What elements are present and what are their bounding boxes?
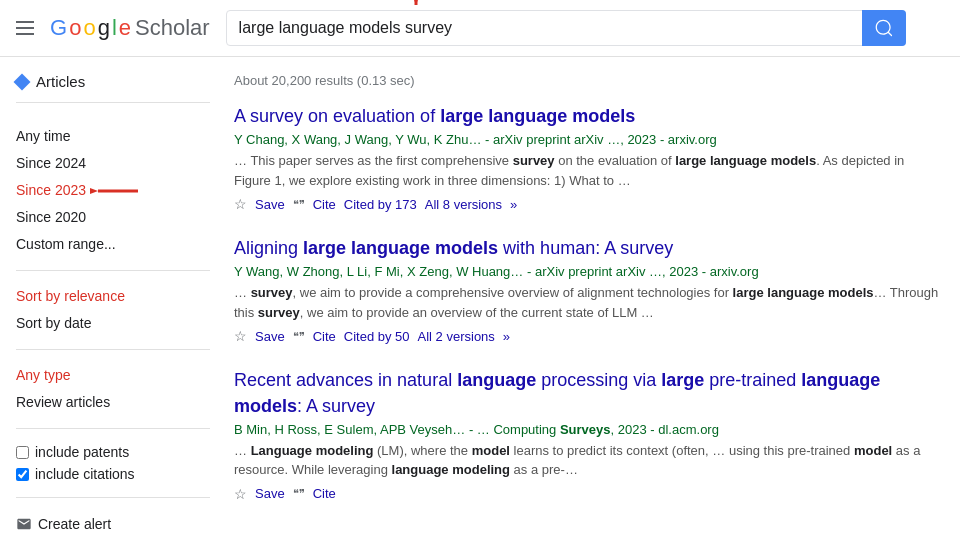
articles-section: Articles xyxy=(16,73,210,103)
author-link[interactable]: F Mi xyxy=(374,264,399,279)
sidebar-divider-2 xyxy=(16,349,210,350)
result-1-authors: Y Chang, X Wang, J Wang, Y Wu, K Zhu… - … xyxy=(234,132,940,147)
filter-since-2023-row: Since 2023 xyxy=(16,177,210,204)
type-filter-group: Any type Review articles xyxy=(16,362,210,416)
articles-label: Articles xyxy=(36,73,85,90)
filter-since-2024[interactable]: Since 2024 xyxy=(16,150,210,177)
filter-any-time[interactable]: Any time xyxy=(16,123,210,150)
result-item: Aligning large language models with huma… xyxy=(234,236,940,344)
logo-l: l xyxy=(112,15,117,41)
search-input[interactable] xyxy=(226,10,906,46)
time-filter-group: Any time Since 2024 Since 2023 Since 202… xyxy=(16,123,210,258)
save-link[interactable]: Save xyxy=(255,197,285,212)
save-star-icon[interactable]: ☆ xyxy=(234,196,247,212)
author-link[interactable]: J Wang xyxy=(345,132,389,147)
include-citations-input[interactable] xyxy=(16,468,29,481)
cite-quote-icon: ❝❞ xyxy=(293,198,305,211)
result-item: A survey on evaluation of large language… xyxy=(234,104,940,212)
type-any[interactable]: Any type xyxy=(16,362,210,389)
cite-link[interactable]: Cite xyxy=(313,329,336,344)
main-layout: Articles Any time Since 2024 Since 2023 … xyxy=(0,57,960,551)
sidebar-divider-4 xyxy=(16,497,210,498)
include-citations-label: include citations xyxy=(35,466,135,482)
logo-o1: o xyxy=(69,15,81,41)
search-button[interactable] xyxy=(862,10,906,46)
author-link[interactable]: H Ross xyxy=(274,422,317,437)
result-2-title[interactable]: Aligning large language models with huma… xyxy=(234,236,940,261)
author-link[interactable]: Y Wu xyxy=(395,132,426,147)
envelope-icon xyxy=(16,516,32,532)
sort-by-date[interactable]: Sort by date xyxy=(16,310,210,337)
sidebar-divider-1 xyxy=(16,270,210,271)
author-link[interactable]: E Sulem xyxy=(324,422,373,437)
sidebar-divider-3 xyxy=(16,428,210,429)
include-citations-checkbox[interactable]: include citations xyxy=(16,463,210,485)
author-link[interactable]: APB Veyseh xyxy=(380,422,452,437)
author-link[interactable]: X Zeng xyxy=(407,264,449,279)
filter-since-2020[interactable]: Since 2020 xyxy=(16,204,210,231)
sidebar: Articles Any time Since 2024 Since 2023 … xyxy=(0,57,210,551)
cite-link[interactable]: Cite xyxy=(313,197,336,212)
more-options-icon[interactable]: » xyxy=(510,197,517,212)
author-link[interactable]: K Zhu xyxy=(434,132,469,147)
content-area: About 20,200 results (0.13 sec) A survey… xyxy=(210,57,960,551)
sort-filter-group: Sort by relevance Sort by date xyxy=(16,283,210,337)
logo-g2: g xyxy=(98,15,110,41)
sort-by-relevance[interactable]: Sort by relevance xyxy=(16,283,210,310)
google-scholar-logo: Google Scholar xyxy=(50,15,210,41)
include-patents-checkbox[interactable]: include patents xyxy=(16,441,210,463)
save-star-icon[interactable]: ☆ xyxy=(234,328,247,344)
author-link[interactable]: X Wang xyxy=(292,132,338,147)
cited-by-link[interactable]: Cited by 50 xyxy=(344,329,410,344)
articles-diamond-icon xyxy=(14,73,31,90)
author-link[interactable]: Y Chang xyxy=(234,132,284,147)
result-3-title[interactable]: Recent advances in natural language proc… xyxy=(234,368,940,418)
author-link[interactable]: W Huang xyxy=(456,264,510,279)
result-1-title[interactable]: A survey on evaluation of large language… xyxy=(234,104,940,129)
since-2023-arrow-icon xyxy=(90,180,140,202)
type-review-articles[interactable]: Review articles xyxy=(16,389,210,416)
results-count: About 20,200 results (0.13 sec) xyxy=(234,73,940,88)
filter-custom-range[interactable]: Custom range... xyxy=(16,231,210,258)
search-icon xyxy=(874,18,894,38)
author-link[interactable]: L Li xyxy=(347,264,367,279)
cite-quote-icon: ❝❞ xyxy=(293,330,305,343)
author-link[interactable]: W Zhong xyxy=(287,264,340,279)
header: Google Scholar xyxy=(0,0,960,57)
logo-e: e xyxy=(119,15,131,41)
save-link[interactable]: Save xyxy=(255,329,285,344)
author-link[interactable]: Y Wang xyxy=(234,264,280,279)
logo-o2: o xyxy=(83,15,95,41)
cited-by-link[interactable]: Cited by 173 xyxy=(344,197,417,212)
result-2-authors: Y Wang, W Zhong, L Li, F Mi, X Zeng, W H… xyxy=(234,264,940,279)
cite-quote-icon: ❝❞ xyxy=(293,487,305,500)
search-bar-wrapper xyxy=(226,10,906,46)
filter-since-2023[interactable]: Since 2023 xyxy=(16,177,86,204)
result-3-authors: B Min, H Ross, E Sulem, APB Veyseh… - … … xyxy=(234,422,940,437)
author-link[interactable]: B Min xyxy=(234,422,267,437)
versions-link[interactable]: All 8 versions xyxy=(425,197,502,212)
result-3-snippet: … Language modeling (LM), where the mode… xyxy=(234,441,940,480)
include-patents-input[interactable] xyxy=(16,446,29,459)
cite-link[interactable]: Cite xyxy=(313,486,336,501)
result-1-actions: ☆ Save ❝❞ Cite Cited by 173 All 8 versio… xyxy=(234,196,940,212)
hamburger-menu[interactable] xyxy=(16,21,34,35)
result-2-snippet: … survey, we aim to provide a comprehens… xyxy=(234,283,940,322)
include-patents-label: include patents xyxy=(35,444,129,460)
logo-g: G xyxy=(50,15,67,41)
versions-link[interactable]: All 2 versions xyxy=(418,329,495,344)
create-alert-button[interactable]: Create alert xyxy=(16,510,210,538)
save-link[interactable]: Save xyxy=(255,486,285,501)
create-alert-label: Create alert xyxy=(38,516,111,532)
result-3-actions: ☆ Save ❝❞ Cite xyxy=(234,486,940,502)
result-1-snippet: … This paper serves as the first compreh… xyxy=(234,151,940,190)
more-options-icon[interactable]: » xyxy=(503,329,510,344)
result-item: Recent advances in natural language proc… xyxy=(234,368,940,501)
logo-scholar: Scholar xyxy=(135,15,210,41)
save-star-icon[interactable]: ☆ xyxy=(234,486,247,502)
result-2-actions: ☆ Save ❝❞ Cite Cited by 50 All 2 version… xyxy=(234,328,940,344)
